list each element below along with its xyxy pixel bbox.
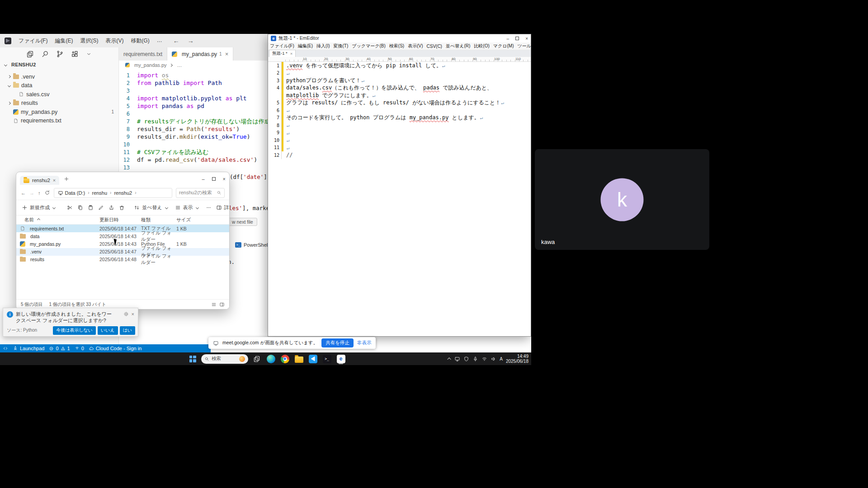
menu-item[interactable]: マクロ(M) xyxy=(491,43,516,49)
cloud-code-signin[interactable]: Cloud Code - Sign in xyxy=(89,346,142,351)
nav-forward-icon[interactable]: → xyxy=(188,37,194,44)
menu-item[interactable]: 検索(S) xyxy=(387,43,406,49)
tray-security-icon[interactable] xyxy=(463,356,469,362)
explorer-tab[interactable]: renshu2 × xyxy=(20,176,59,185)
file-row-.venv[interactable]: .venv2025/06/18 14:47ファイル フォルダー xyxy=(16,248,229,256)
menu-item[interactable]: 編集(E) xyxy=(296,43,315,49)
details-button[interactable]: 詳細 xyxy=(216,204,230,211)
menu-item[interactable]: ファイル(F) xyxy=(268,43,296,49)
new-button[interactable]: 新規作成 xyxy=(22,204,58,211)
file-row-my_pandas.py[interactable]: my_pandas.py2025/06/18 14:43Python File1… xyxy=(16,240,229,248)
volume-icon[interactable] xyxy=(491,356,496,362)
extensions-activity-icon[interactable] xyxy=(71,50,79,58)
breadcrumb-segment[interactable]: Data (D:) xyxy=(65,190,85,196)
menu-item[interactable]: 編集(E) xyxy=(51,37,76,45)
breadcrumb-segment[interactable]: renshu2 xyxy=(114,190,132,196)
stop-sharing-button[interactable]: 共有を停止 xyxy=(321,338,354,347)
breadcrumb-segment[interactable]: renshu xyxy=(92,190,107,196)
start-button[interactable] xyxy=(187,353,198,365)
refresh-icon[interactable] xyxy=(44,190,50,196)
column-name[interactable]: 名前 xyxy=(24,217,99,223)
maximize-button[interactable] xyxy=(212,177,216,181)
file-row-results[interactable]: results2025/06/18 14:48ファイル フォルダー xyxy=(16,256,229,263)
explorer-root-folder[interactable]: RENSHU2 xyxy=(4,62,36,67)
launchpad-button[interactable]: Launchpad xyxy=(13,346,44,351)
menu-item[interactable]: ブックマーク(B) xyxy=(350,43,387,49)
editor-tab-my_pandas.py[interactable]: my_pandas.py1× xyxy=(167,47,233,61)
chrome-taskbar-icon[interactable] xyxy=(279,353,290,365)
menu-item[interactable]: 比較(O) xyxy=(472,43,491,49)
search-activity-icon[interactable] xyxy=(41,50,49,58)
close-tab-icon[interactable]: × xyxy=(290,51,293,56)
editor-tab-requirements.txt[interactable]: requirements.txt xyxy=(119,47,167,61)
terminal-taskbar-icon[interactable]: >_ xyxy=(321,353,332,365)
edge-taskbar-icon[interactable] xyxy=(265,353,276,365)
column-size[interactable]: サイズ xyxy=(176,217,198,223)
address-pill[interactable]: Data (D:)›renshu›renshu2› xyxy=(54,188,173,198)
menu-item[interactable]: 移動(G) xyxy=(127,37,153,45)
column-type[interactable]: 種類 xyxy=(141,217,176,223)
file-row-data[interactable]: data2025/06/18 14:43ファイル フォルダー xyxy=(16,232,229,240)
maximize-button[interactable] xyxy=(515,37,519,40)
menu-item[interactable]: 選択(S) xyxy=(76,37,102,45)
sidebar-item-sales.csv[interactable]: sales.csv xyxy=(0,90,118,99)
menu-item[interactable]: ツール(L) xyxy=(515,43,531,49)
paste-icon[interactable] xyxy=(88,205,94,211)
task-view-taskbar-icon[interactable] xyxy=(251,353,262,365)
next-file-button[interactable]: w next file xyxy=(228,218,257,226)
emeditor-taskbar-icon[interactable]: e xyxy=(335,353,346,365)
sidebar-item-.venv[interactable]: .venv xyxy=(0,72,118,81)
minimize-button[interactable]: – xyxy=(507,36,509,41)
nav-back-icon[interactable]: ← xyxy=(173,37,179,44)
back-icon[interactable]: ← xyxy=(21,190,26,196)
menu-item[interactable]: 挿入(I) xyxy=(315,43,331,49)
sidebar-item-results[interactable]: results xyxy=(0,99,118,108)
breadcrumb[interactable]: my_pandas.py … xyxy=(119,61,268,70)
menu-item[interactable]: ファイル(F) xyxy=(15,37,51,45)
gear-icon[interactable] xyxy=(123,311,129,317)
share-icon[interactable] xyxy=(108,205,114,211)
menu-item[interactable]: 表示(V) xyxy=(102,37,127,45)
tray-mic-icon[interactable] xyxy=(472,356,478,362)
sort-button[interactable]: 並べ替え xyxy=(134,204,170,211)
no-button[interactable]: いいえ xyxy=(98,326,118,335)
list-view-icon[interactable] xyxy=(211,302,217,307)
tray-chevron-icon[interactable] xyxy=(448,357,451,361)
dont-show-again-button[interactable]: 今後は表示しない xyxy=(53,326,96,335)
cut-icon[interactable] xyxy=(67,205,73,211)
emeditor-titlebar[interactable]: e 無題-1 * - EmEditor – × xyxy=(268,34,531,42)
hide-share-bar-button[interactable]: 非表示 xyxy=(357,340,372,346)
rename-icon[interactable] xyxy=(98,205,104,211)
new-tab-icon[interactable] xyxy=(64,176,69,182)
details-view-icon[interactable] xyxy=(219,302,225,307)
search-box[interactable]: renshu2の検索 xyxy=(176,188,225,198)
close-icon[interactable]: × xyxy=(132,311,134,324)
taskbar-search[interactable]: 検索 xyxy=(201,354,248,364)
sidebar-item-requirements.txt[interactable]: requirements.txt xyxy=(0,117,118,126)
minimize-button[interactable]: – xyxy=(202,176,204,182)
view-button[interactable]: 表示 xyxy=(175,204,201,211)
yes-button[interactable]: はい xyxy=(120,326,135,335)
close-tab-icon[interactable]: × xyxy=(53,178,56,183)
terminal-tab[interactable]: >_ PowerShell xyxy=(235,242,269,248)
participant-tile[interactable]: k kawa xyxy=(535,149,709,250)
emeditor-tab[interactable]: 無題-1 * × xyxy=(269,50,296,57)
close-icon[interactable]: × xyxy=(225,51,229,57)
more-icon[interactable] xyxy=(206,205,212,211)
file-explorer-taskbar-icon[interactable] xyxy=(293,353,304,365)
copy-icon[interactable] xyxy=(77,205,83,211)
problems-indicator[interactable]: 0 1 xyxy=(49,346,70,351)
ime-indicator[interactable]: A xyxy=(500,357,503,361)
sidebar-item-my_pandas.py[interactable]: my_pandas.py1 xyxy=(0,108,118,117)
chevron-down-icon[interactable] xyxy=(86,51,92,57)
tray-display-icon[interactable] xyxy=(454,356,460,362)
emeditor-text-area[interactable]: 1.venv を作って仮想環境に入ってから pip install して。↵2↵… xyxy=(268,62,531,336)
file-row-requirements.txt[interactable]: requirements.txt2025/06/18 14:47TXT ファイル… xyxy=(16,225,229,232)
menu-item[interactable]: CSV(C) xyxy=(425,44,444,49)
menu-item[interactable]: 表示(V) xyxy=(406,43,425,49)
up-icon[interactable]: ↑ xyxy=(38,190,41,196)
vscode-taskbar-icon[interactable] xyxy=(307,353,318,365)
source-control-activity-icon[interactable] xyxy=(56,50,64,58)
menu-item[interactable]: 並べ替え(R) xyxy=(444,43,472,49)
wifi-icon[interactable] xyxy=(481,356,487,362)
